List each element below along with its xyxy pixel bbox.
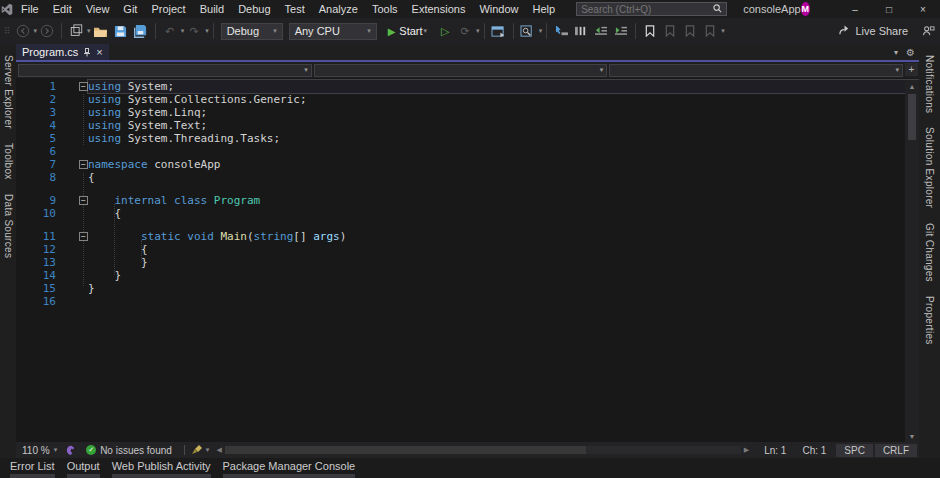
type-dropdown[interactable]: ▾: [314, 64, 608, 77]
menu-git[interactable]: Git: [116, 2, 144, 16]
menu-tools[interactable]: Tools: [365, 2, 405, 16]
hot-reload-icon[interactable]: ⟳: [457, 22, 473, 40]
collapse-icon[interactable]: −: [79, 232, 88, 241]
pin-icon[interactable]: [83, 48, 91, 57]
menu-project[interactable]: Project: [144, 2, 192, 16]
start-without-debugging-icon[interactable]: ▷: [437, 22, 453, 40]
fold-marker[interactable]: −: [62, 194, 88, 207]
menu-build[interactable]: Build: [193, 2, 231, 16]
debug-target-dropdown[interactable]: Debug ▾: [221, 23, 283, 40]
document-health-icon[interactable]: [65, 444, 76, 457]
dock-tab-data-sources[interactable]: Data Sources: [1, 187, 16, 265]
panel-tab-error-list[interactable]: Error List: [6, 460, 59, 478]
menu-view[interactable]: View: [79, 2, 117, 16]
code-line-14[interactable]: 14 }: [16, 269, 919, 282]
decrease-indent-icon[interactable]: [593, 22, 609, 40]
new-project-icon[interactable]: [68, 22, 84, 40]
toggle-bookmark-icon[interactable]: [642, 22, 658, 40]
menu-help[interactable]: Help: [526, 2, 563, 16]
code-line-5[interactable]: 5using System.Threading.Tasks;: [16, 132, 919, 145]
dock-tab-server-explorer[interactable]: Server Explorer: [1, 48, 16, 136]
search-box[interactable]: [576, 2, 727, 16]
open-folder-icon[interactable]: [93, 22, 109, 40]
scrollbar-thumb[interactable]: [908, 94, 916, 140]
undo-dropdown-icon[interactable]: ▾: [181, 27, 185, 35]
code-line-8[interactable]: 8{: [16, 171, 919, 184]
comment-selection-icon[interactable]: [573, 22, 589, 40]
dock-tab-git-changes[interactable]: Git Changes: [922, 216, 937, 289]
next-bookmark-icon[interactable]: [682, 22, 698, 40]
scroll-left-icon[interactable]: ◀: [213, 446, 224, 454]
navigate-cursor-icon[interactable]: [553, 22, 569, 40]
zoom-dropdown[interactable]: 110 % ▾: [18, 445, 61, 456]
dock-tab-solution-explorer[interactable]: Solution Explorer: [922, 120, 937, 215]
scroll-up-icon[interactable]: ▲: [909, 80, 916, 92]
platform-dropdown[interactable]: Any CPU ▾: [289, 23, 377, 40]
toolbar-grip-handle[interactable]: ⠿: [4, 26, 11, 36]
redo-icon[interactable]: ↷: [186, 22, 202, 40]
collapse-icon[interactable]: −: [79, 196, 88, 205]
menu-file[interactable]: File: [14, 2, 46, 16]
search-input[interactable]: [581, 4, 713, 15]
new-project-dropdown-icon[interactable]: ▾: [87, 27, 91, 35]
code-line-9[interactable]: 9− internal class Program: [16, 194, 919, 207]
window-list-dropdown-icon[interactable]: ▾: [894, 48, 898, 57]
line-indicator[interactable]: Ln: 1: [756, 445, 794, 456]
code-line-6[interactable]: 6: [16, 145, 919, 158]
start-debugging-button[interactable]: ▶ Start ▾: [383, 22, 432, 40]
scrollbar-thumb[interactable]: [225, 446, 586, 454]
code-line-1[interactable]: 1−using System;: [16, 80, 919, 93]
undo-icon[interactable]: ↶: [162, 22, 178, 40]
split-window-handle[interactable]: +: [905, 63, 918, 76]
gear-icon[interactable]: ⚙: [906, 47, 915, 58]
dock-tab-properties[interactable]: Properties: [922, 289, 937, 352]
code-line-7[interactable]: 7−namespace consoleApp: [16, 158, 919, 171]
code-line-4[interactable]: 4using System.Text;: [16, 119, 919, 132]
toolbar-overflow-icon[interactable]: ▾: [721, 27, 725, 35]
code-line-15[interactable]: 15}: [16, 282, 919, 295]
dock-tab-toolbox[interactable]: Toolbox: [1, 136, 16, 187]
code-line-10[interactable]: 10 {: [16, 207, 919, 220]
fold-marker[interactable]: −: [62, 230, 88, 243]
menu-edit[interactable]: Edit: [46, 2, 79, 16]
maximize-button[interactable]: □: [872, 0, 906, 18]
fold-marker[interactable]: −: [62, 158, 88, 171]
menu-window[interactable]: Window: [472, 2, 525, 16]
code-line-3[interactable]: 3using System.Linq;: [16, 106, 919, 119]
code-editor[interactable]: 1−using System;2using System.Collections…: [16, 78, 919, 442]
increase-indent-icon[interactable]: [613, 22, 629, 40]
menu-analyze[interactable]: Analyze: [312, 2, 365, 16]
redo-dropdown-icon[interactable]: ▾: [205, 27, 209, 35]
code-line-2[interactable]: 2using System.Collections.Generic;: [16, 93, 919, 106]
column-indicator[interactable]: Ch: 1: [794, 445, 834, 456]
scroll-right-icon[interactable]: ▶: [741, 446, 752, 454]
panel-tab-output[interactable]: Output: [63, 460, 104, 478]
live-share-button[interactable]: Live Share: [838, 24, 908, 38]
dock-tab-notifications[interactable]: Notifications: [922, 48, 937, 120]
feedback-icon[interactable]: [920, 22, 936, 40]
fold-marker[interactable]: −: [62, 80, 88, 93]
scrollbar-track[interactable]: [225, 446, 741, 454]
code-line-16[interactable]: 16: [16, 295, 919, 308]
preview-window-icon[interactable]: [491, 22, 507, 40]
scroll-down-icon[interactable]: ▼: [909, 430, 916, 442]
member-dropdown[interactable]: ▾: [609, 64, 903, 77]
avatar[interactable]: M: [801, 2, 810, 16]
menu-test[interactable]: Test: [278, 2, 312, 16]
navigate-back-icon[interactable]: [15, 22, 31, 40]
menu-extensions[interactable]: Extensions: [405, 2, 473, 16]
save-all-icon[interactable]: [133, 22, 149, 40]
code-line-12[interactable]: 12 {: [16, 243, 919, 256]
menu-debug[interactable]: Debug: [231, 2, 277, 16]
save-icon[interactable]: [113, 22, 129, 40]
close-tab-icon[interactable]: ×: [96, 46, 102, 58]
issues-indicator[interactable]: ✓ No issues found: [80, 445, 178, 456]
previous-bookmark-icon[interactable]: [662, 22, 678, 40]
line-ending-indicator[interactable]: CRLF: [875, 444, 917, 457]
navigate-back-dropdown-icon[interactable]: ▾: [34, 27, 38, 35]
project-dropdown[interactable]: ▾: [18, 64, 312, 77]
find-dropdown-icon[interactable]: ▾: [539, 27, 543, 35]
vertical-scrollbar[interactable]: ▲ ▼: [905, 80, 919, 442]
collapse-icon[interactable]: −: [79, 82, 88, 91]
horizontal-scrollbar[interactable]: ◀ ▶: [213, 446, 752, 454]
